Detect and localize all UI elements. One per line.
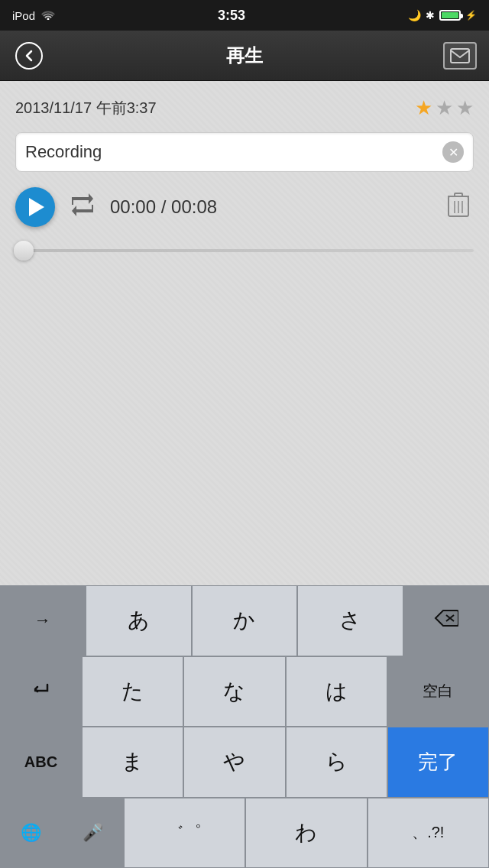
key-globe[interactable]: 🌐 xyxy=(0,798,62,869)
svg-rect-3 xyxy=(455,193,462,196)
space-label: 空白 xyxy=(423,681,453,701)
key-done[interactable]: 完了 xyxy=(387,727,489,798)
mail-button[interactable] xyxy=(443,42,477,70)
keyboard-row-4: 🌐 🎤 ゛゜ わ 、.?! xyxy=(0,798,489,869)
keyboard-row-1: → あ か さ xyxy=(0,585,489,656)
return-icon xyxy=(31,679,52,704)
key-sa[interactable]: さ xyxy=(297,585,403,656)
keyboard-row-3: ABC ま や ら 完了 xyxy=(0,727,489,798)
time-display: 00:00 / 00:08 xyxy=(110,196,431,218)
recording-name-container: ✕ xyxy=(15,132,474,172)
backspace-icon xyxy=(434,609,458,632)
moon-icon: 🌙 xyxy=(408,9,421,21)
key-abc[interactable]: ABC xyxy=(0,727,82,798)
date-row: 2013/11/17 午前3:37 ★ ★ ★ xyxy=(15,96,474,120)
nav-title: 再生 xyxy=(226,44,263,68)
globe-icon: 🌐 xyxy=(21,823,41,843)
key-mic[interactable]: 🎤 xyxy=(62,798,124,869)
player-row: 00:00 / 00:08 xyxy=(15,187,474,227)
key-arrow[interactable]: → xyxy=(0,585,86,656)
key-punctuation[interactable]: 、.?! xyxy=(368,798,490,869)
back-circle xyxy=(15,42,43,70)
key-backspace[interactable] xyxy=(403,585,489,656)
progress-track xyxy=(15,249,474,252)
key-ma[interactable]: ま xyxy=(82,727,183,798)
status-left: iPod xyxy=(12,9,55,22)
date-label: 2013/11/17 午前3:37 xyxy=(15,98,157,118)
status-bar: iPod 3:53 🌙 ✱ ⚡ xyxy=(0,0,489,31)
star-rating[interactable]: ★ ★ ★ xyxy=(415,96,474,120)
device-label: iPod xyxy=(12,9,35,22)
battery-icon xyxy=(439,10,461,21)
key-ha[interactable]: は xyxy=(286,656,387,727)
keyboard: → あ か さ xyxy=(0,585,489,868)
key-space[interactable]: 空白 xyxy=(387,656,489,727)
key-na[interactable]: な xyxy=(183,656,285,727)
key-wa[interactable]: わ xyxy=(245,798,368,869)
clear-button[interactable]: ✕ xyxy=(442,141,464,163)
wifi-icon xyxy=(41,9,55,22)
key-a[interactable]: あ xyxy=(86,585,192,656)
repeat-button[interactable] xyxy=(67,192,98,222)
play-button[interactable] xyxy=(15,187,55,227)
bluetooth-icon: ✱ xyxy=(426,9,435,21)
recording-name-input[interactable] xyxy=(25,142,442,162)
delete-button[interactable] xyxy=(443,190,474,224)
repeat-icon xyxy=(69,191,96,224)
abc-label: ABC xyxy=(24,753,57,771)
star-3[interactable]: ★ xyxy=(456,96,474,120)
progress-bar[interactable] xyxy=(15,239,474,262)
done-label: 完了 xyxy=(418,749,458,776)
key-return[interactable] xyxy=(0,656,82,727)
play-icon xyxy=(29,198,44,216)
star-2[interactable]: ★ xyxy=(436,96,453,120)
key-ta[interactable]: た xyxy=(82,656,183,727)
nav-bar: 再生 xyxy=(0,31,489,81)
key-ra[interactable]: ら xyxy=(286,727,387,798)
back-button[interactable] xyxy=(12,39,46,73)
mic-icon: 🎤 xyxy=(83,823,103,843)
key-dakuten[interactable]: ゛゜ xyxy=(124,798,246,869)
clear-icon: ✕ xyxy=(449,145,458,160)
star-1[interactable]: ★ xyxy=(415,96,432,120)
keyboard-row-2: た な は 空白 xyxy=(0,656,489,727)
status-right: 🌙 ✱ ⚡ xyxy=(408,9,477,21)
status-time: 3:53 xyxy=(218,8,245,24)
key-ka[interactable]: か xyxy=(192,585,298,656)
key-ya[interactable]: や xyxy=(183,727,285,798)
charging-icon: ⚡ xyxy=(465,10,477,21)
trash-icon xyxy=(447,192,470,223)
svg-rect-0 xyxy=(451,49,469,63)
progress-thumb[interactable] xyxy=(14,241,34,261)
main-content: 2013/11/17 午前3:37 ★ ★ ★ ✕ 00:00 / 00:08 xyxy=(0,81,489,585)
